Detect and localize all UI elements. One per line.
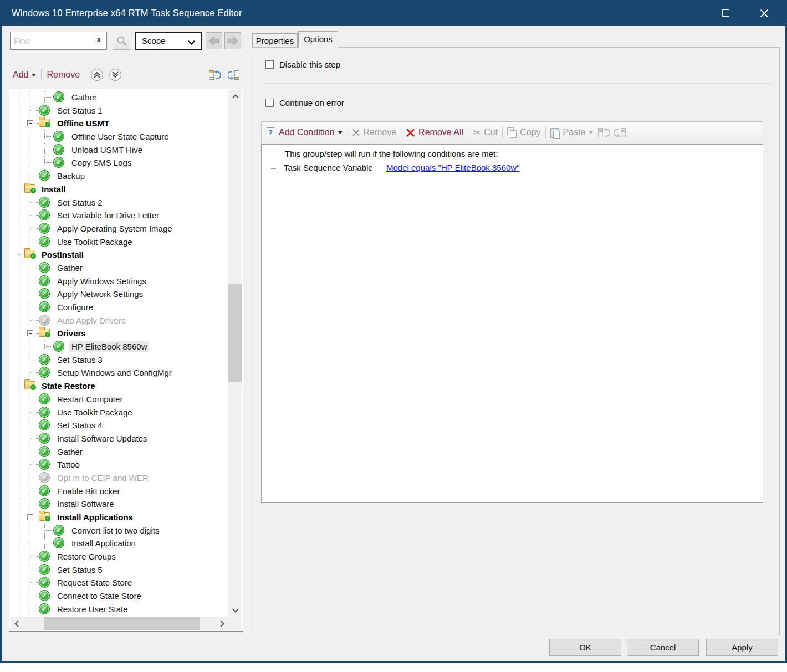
horizontal-scrollbar[interactable]: [10, 617, 228, 630]
tree-step-row[interactable]: Copy SMS Logs: [10, 156, 228, 170]
tree-step-row[interactable]: Connect to State Store: [10, 589, 228, 603]
tree-group-row[interactable]: Install: [10, 183, 228, 196]
tree-step-row[interactable]: Opt In to CEIP and WER: [10, 471, 228, 485]
tree-content: GatherSet Status 1Offline USMTOffline Us…: [10, 90, 228, 617]
tree-item-label: Request State Store: [55, 577, 134, 588]
tree-step-row[interactable]: Set Variable for Drive Letter: [10, 209, 228, 222]
tree-step-row[interactable]: Backup: [10, 170, 228, 183]
back-button[interactable]: [206, 32, 222, 49]
clear-find-button[interactable]: x: [96, 35, 101, 44]
copy-icon: [507, 127, 517, 137]
scroll-left-button[interactable]: [10, 617, 23, 630]
tree-step-row[interactable]: Apply Network Settings: [10, 288, 228, 301]
add-button[interactable]: Add: [13, 70, 36, 80]
tree-step-row[interactable]: Set Status 5: [10, 563, 228, 577]
cancel-button[interactable]: Cancel: [627, 639, 699, 656]
tree-up-button[interactable]: [597, 127, 610, 138]
step-check-icon: [39, 288, 50, 299]
tree-step-row[interactable]: Set Status 4: [10, 419, 228, 432]
tree-step-row[interactable]: Gather: [10, 445, 228, 459]
tree-group-row[interactable]: State Restore: [10, 379, 228, 393]
apply-button[interactable]: Apply: [706, 639, 778, 656]
tree-step-row[interactable]: Restart Computer: [10, 393, 228, 406]
tree-group-row[interactable]: PostInstall: [10, 248, 228, 261]
tree-step-row[interactable]: Install Software Updates: [10, 432, 228, 445]
remove-button[interactable]: Remove: [47, 70, 80, 80]
paste-button[interactable]: Paste: [550, 127, 594, 138]
tree-step-row[interactable]: Apply Windows Settings: [10, 275, 228, 288]
tree-guide-line: [18, 222, 18, 235]
tree-step-row[interactable]: Gather: [10, 91, 228, 104]
tree-item-label: Set Status 2: [55, 197, 105, 208]
tree-step-row[interactable]: Configure: [10, 301, 228, 314]
tree-collapse-icon: [208, 70, 221, 80]
condition-list[interactable]: This group/step will run if the followin…: [261, 144, 763, 503]
tree-step-row[interactable]: Gather: [10, 261, 228, 275]
maximize-button[interactable]: [708, 0, 743, 26]
find-input[interactable]: [14, 32, 91, 49]
tree-step-row[interactable]: Use Toolkit Package: [10, 406, 228, 419]
group-folder-icon: [24, 184, 35, 193]
disable-step-checkbox[interactable]: [265, 60, 274, 69]
tree-step-row[interactable]: HP EliteBook 8560w: [10, 340, 228, 353]
tree-guide-line: [18, 511, 18, 524]
tree-item-label: Opt In to CEIP and WER: [55, 473, 151, 484]
add-condition-button[interactable]: ?Add Condition: [266, 127, 343, 138]
forward-button[interactable]: [224, 32, 241, 49]
tree-step-row[interactable]: Offline User State Capture: [10, 130, 228, 143]
collapse-expander[interactable]: [27, 330, 33, 336]
group-folder-icon: [24, 381, 35, 389]
continue-on-error-checkbox[interactable]: [265, 99, 274, 107]
remove-button[interactable]: Remove: [352, 127, 397, 137]
ok-button[interactable]: OK: [549, 639, 621, 656]
collapse-all-button[interactable]: [207, 69, 222, 81]
tree-step-row[interactable]: Install Software: [10, 497, 228, 511]
scroll-up-button[interactable]: [228, 90, 242, 103]
tree-step-row[interactable]: Use Toolkit Package: [10, 235, 228, 249]
tree-step-row[interactable]: Auto Apply Drivers: [10, 314, 228, 327]
tree-group-row[interactable]: Drivers: [10, 327, 228, 340]
x-gray-icon: [352, 129, 360, 137]
tree-down-button[interactable]: [614, 127, 626, 138]
horizontal-scroll-thumb[interactable]: [44, 617, 200, 630]
disable-step-row: Disable this step: [265, 60, 340, 69]
tree-group-row[interactable]: Install Applications: [10, 511, 228, 524]
scroll-down-button[interactable]: [228, 603, 242, 617]
tree-step-row[interactable]: Restore User State: [10, 603, 228, 616]
tab-properties[interactable]: Properties: [252, 33, 298, 48]
tree-step-row[interactable]: Enable BitLocker: [10, 485, 228, 498]
tab-options[interactable]: Options: [298, 31, 338, 48]
step-check-icon: [39, 590, 50, 601]
step-check-icon: [39, 275, 50, 286]
move-up-button[interactable]: [90, 68, 104, 81]
close-button[interactable]: [747, 0, 781, 26]
tree-group-row[interactable]: Offline USMT: [10, 117, 228, 130]
scroll-right-button[interactable]: [215, 617, 228, 630]
search-button[interactable]: [113, 32, 131, 50]
tree-step-row[interactable]: Request State Store: [10, 576, 228, 589]
tree-step-row[interactable]: Set Status 2: [10, 196, 228, 209]
scope-dropdown[interactable]: Scope: [135, 32, 202, 50]
tree-step-row[interactable]: Restore Groups: [10, 550, 228, 563]
tree-step-row[interactable]: Set Status 1: [10, 104, 228, 117]
remove-all-button[interactable]: Remove All: [406, 127, 463, 137]
group-folder-icon: [39, 329, 50, 337]
tree-step-row[interactable]: Apply Operating System Image: [10, 222, 228, 235]
tree-step-row[interactable]: Install Application: [10, 537, 228, 550]
collapse-expander[interactable]: [27, 120, 33, 126]
vertical-scrollbar[interactable]: [228, 90, 242, 617]
paste-icon: [550, 127, 560, 138]
tree-step-row[interactable]: Set Status 3: [10, 353, 228, 367]
condition-link[interactable]: Model equals "HP EliteBook 8560w": [386, 163, 520, 172]
cut-button[interactable]: ✂Cut: [473, 127, 498, 138]
tree-step-row[interactable]: Setup Windows and ConfigMgr: [10, 366, 228, 379]
move-down-button[interactable]: [109, 68, 122, 81]
copy-button[interactable]: Copy: [507, 127, 540, 137]
tree-step-row[interactable]: Unload USMT Hive: [10, 143, 228, 157]
minimize-button[interactable]: [670, 0, 704, 26]
tree-step-row[interactable]: Tattoo: [10, 458, 228, 471]
collapse-expander[interactable]: [27, 514, 33, 520]
expand-all-button[interactable]: [227, 69, 241, 81]
vertical-scroll-thumb[interactable]: [228, 284, 242, 382]
tree-step-row[interactable]: Convert list to two digits: [10, 524, 228, 537]
